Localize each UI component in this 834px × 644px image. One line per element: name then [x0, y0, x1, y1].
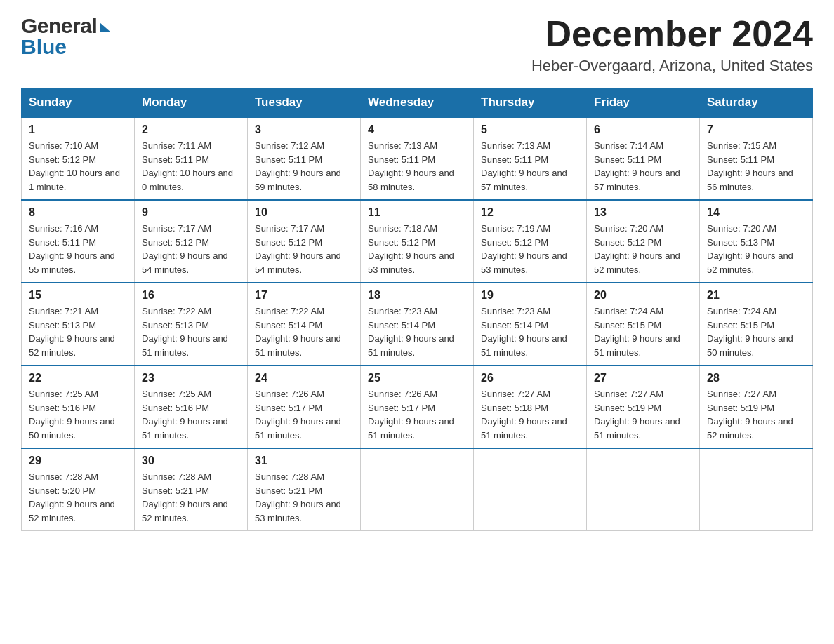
month-title: December 2024 [531, 14, 813, 54]
calendar-cell: 13 Sunrise: 7:20 AM Sunset: 5:12 PM Dayl… [587, 200, 700, 283]
weekday-header-tuesday: Tuesday [248, 88, 361, 118]
calendar-cell: 2 Sunrise: 7:11 AM Sunset: 5:11 PM Dayli… [135, 117, 248, 200]
calendar-cell: 31 Sunrise: 7:28 AM Sunset: 5:21 PM Dayl… [248, 448, 361, 531]
day-number: 18 [368, 289, 466, 302]
calendar-cell: 11 Sunrise: 7:18 AM Sunset: 5:12 PM Dayl… [361, 200, 474, 283]
day-info: Sunrise: 7:17 AM Sunset: 5:12 PM Dayligh… [255, 222, 353, 276]
calendar-cell: 30 Sunrise: 7:28 AM Sunset: 5:21 PM Dayl… [135, 448, 248, 531]
calendar-week-4: 22 Sunrise: 7:25 AM Sunset: 5:16 PM Dayl… [22, 365, 813, 448]
day-info: Sunrise: 7:15 AM Sunset: 5:11 PM Dayligh… [707, 139, 805, 194]
day-info: Sunrise: 7:13 AM Sunset: 5:11 PM Dayligh… [481, 139, 579, 194]
day-info: Sunrise: 7:22 AM Sunset: 5:13 PM Dayligh… [142, 304, 240, 359]
day-info: Sunrise: 7:25 AM Sunset: 5:16 PM Dayligh… [29, 387, 127, 442]
day-number: 8 [29, 206, 127, 219]
weekday-header-monday: Monday [135, 88, 248, 118]
weekday-header-wednesday: Wednesday [361, 88, 474, 118]
day-info: Sunrise: 7:20 AM Sunset: 5:13 PM Dayligh… [707, 222, 805, 276]
day-info: Sunrise: 7:28 AM Sunset: 5:20 PM Dayligh… [29, 470, 127, 525]
calendar-cell: 6 Sunrise: 7:14 AM Sunset: 5:11 PM Dayli… [587, 117, 700, 200]
day-number: 15 [29, 289, 127, 302]
day-number: 14 [707, 206, 805, 219]
calendar-week-2: 8 Sunrise: 7:16 AM Sunset: 5:11 PM Dayli… [22, 200, 813, 283]
day-number: 21 [707, 289, 805, 302]
day-number: 16 [142, 289, 240, 302]
calendar-week-3: 15 Sunrise: 7:21 AM Sunset: 5:13 PM Dayl… [22, 283, 813, 365]
day-info: Sunrise: 7:23 AM Sunset: 5:14 PM Dayligh… [481, 304, 579, 359]
logo-triangle-icon [100, 22, 111, 32]
day-info: Sunrise: 7:23 AM Sunset: 5:14 PM Dayligh… [368, 304, 466, 359]
logo: General Blue [21, 14, 111, 59]
day-number: 12 [481, 206, 579, 219]
day-info: Sunrise: 7:20 AM Sunset: 5:12 PM Dayligh… [594, 222, 692, 276]
day-info: Sunrise: 7:22 AM Sunset: 5:14 PM Dayligh… [255, 304, 353, 359]
calendar-cell: 9 Sunrise: 7:17 AM Sunset: 5:12 PM Dayli… [135, 200, 248, 283]
day-info: Sunrise: 7:28 AM Sunset: 5:21 PM Dayligh… [142, 470, 240, 525]
calendar-cell: 12 Sunrise: 7:19 AM Sunset: 5:12 PM Dayl… [474, 200, 587, 283]
day-info: Sunrise: 7:12 AM Sunset: 5:11 PM Dayligh… [255, 139, 353, 194]
day-number: 7 [707, 123, 805, 136]
day-info: Sunrise: 7:10 AM Sunset: 5:12 PM Dayligh… [29, 139, 127, 194]
day-info: Sunrise: 7:13 AM Sunset: 5:11 PM Dayligh… [368, 139, 466, 194]
calendar-cell [700, 448, 813, 531]
page-header: General Blue December 2024 Heber-Overgaa… [21, 14, 813, 75]
calendar-cell: 17 Sunrise: 7:22 AM Sunset: 5:14 PM Dayl… [248, 283, 361, 365]
calendar-table: SundayMondayTuesdayWednesdayThursdayFrid… [21, 88, 813, 531]
calendar-cell: 29 Sunrise: 7:28 AM Sunset: 5:20 PM Dayl… [22, 448, 135, 531]
day-number: 11 [368, 206, 466, 219]
calendar-cell: 4 Sunrise: 7:13 AM Sunset: 5:11 PM Dayli… [361, 117, 474, 200]
weekday-header-sunday: Sunday [22, 88, 135, 118]
day-number: 26 [481, 372, 579, 384]
calendar-cell: 26 Sunrise: 7:27 AM Sunset: 5:18 PM Dayl… [474, 365, 587, 448]
day-number: 5 [481, 123, 579, 136]
calendar-cell: 8 Sunrise: 7:16 AM Sunset: 5:11 PM Dayli… [22, 200, 135, 283]
day-number: 20 [594, 289, 692, 302]
calendar-cell: 15 Sunrise: 7:21 AM Sunset: 5:13 PM Dayl… [22, 283, 135, 365]
day-number: 28 [707, 372, 805, 384]
day-number: 2 [142, 123, 240, 136]
day-number: 25 [368, 372, 466, 384]
calendar-cell [474, 448, 587, 531]
calendar-cell: 3 Sunrise: 7:12 AM Sunset: 5:11 PM Dayli… [248, 117, 361, 200]
calendar-cell: 1 Sunrise: 7:10 AM Sunset: 5:12 PM Dayli… [22, 117, 135, 200]
day-number: 6 [594, 123, 692, 136]
day-info: Sunrise: 7:27 AM Sunset: 5:18 PM Dayligh… [481, 387, 579, 442]
day-number: 27 [594, 372, 692, 384]
logo-general-text: General [21, 14, 97, 38]
day-info: Sunrise: 7:16 AM Sunset: 5:11 PM Dayligh… [29, 222, 127, 276]
calendar-cell [361, 448, 474, 531]
calendar-cell: 5 Sunrise: 7:13 AM Sunset: 5:11 PM Dayli… [474, 117, 587, 200]
calendar-cell: 27 Sunrise: 7:27 AM Sunset: 5:19 PM Dayl… [587, 365, 700, 448]
day-number: 17 [255, 289, 353, 302]
day-info: Sunrise: 7:26 AM Sunset: 5:17 PM Dayligh… [368, 387, 466, 442]
day-info: Sunrise: 7:24 AM Sunset: 5:15 PM Dayligh… [594, 304, 692, 359]
calendar-week-5: 29 Sunrise: 7:28 AM Sunset: 5:20 PM Dayl… [22, 448, 813, 531]
title-block: December 2024 Heber-Overgaard, Arizona, … [531, 14, 813, 75]
day-info: Sunrise: 7:27 AM Sunset: 5:19 PM Dayligh… [707, 387, 805, 442]
day-info: Sunrise: 7:14 AM Sunset: 5:11 PM Dayligh… [594, 139, 692, 194]
day-number: 30 [142, 455, 240, 467]
calendar-cell: 20 Sunrise: 7:24 AM Sunset: 5:15 PM Dayl… [587, 283, 700, 365]
logo-blue-text: Blue [21, 35, 67, 59]
day-info: Sunrise: 7:28 AM Sunset: 5:21 PM Dayligh… [255, 470, 353, 525]
day-number: 31 [255, 455, 353, 467]
day-number: 22 [29, 372, 127, 384]
day-info: Sunrise: 7:25 AM Sunset: 5:16 PM Dayligh… [142, 387, 240, 442]
weekday-header-saturday: Saturday [700, 88, 813, 118]
day-number: 29 [29, 455, 127, 467]
location-title: Heber-Overgaard, Arizona, United States [531, 57, 813, 75]
day-number: 13 [594, 206, 692, 219]
day-info: Sunrise: 7:27 AM Sunset: 5:19 PM Dayligh… [594, 387, 692, 442]
day-number: 19 [481, 289, 579, 302]
calendar-cell: 28 Sunrise: 7:27 AM Sunset: 5:19 PM Dayl… [700, 365, 813, 448]
calendar-cell: 7 Sunrise: 7:15 AM Sunset: 5:11 PM Dayli… [700, 117, 813, 200]
day-number: 1 [29, 123, 127, 136]
calendar-week-1: 1 Sunrise: 7:10 AM Sunset: 5:12 PM Dayli… [22, 117, 813, 200]
day-info: Sunrise: 7:19 AM Sunset: 5:12 PM Dayligh… [481, 222, 579, 276]
day-number: 23 [142, 372, 240, 384]
day-info: Sunrise: 7:24 AM Sunset: 5:15 PM Dayligh… [707, 304, 805, 359]
calendar-cell: 19 Sunrise: 7:23 AM Sunset: 5:14 PM Dayl… [474, 283, 587, 365]
calendar-cell: 23 Sunrise: 7:25 AM Sunset: 5:16 PM Dayl… [135, 365, 248, 448]
day-number: 4 [368, 123, 466, 136]
day-number: 9 [142, 206, 240, 219]
day-info: Sunrise: 7:11 AM Sunset: 5:11 PM Dayligh… [142, 139, 240, 194]
